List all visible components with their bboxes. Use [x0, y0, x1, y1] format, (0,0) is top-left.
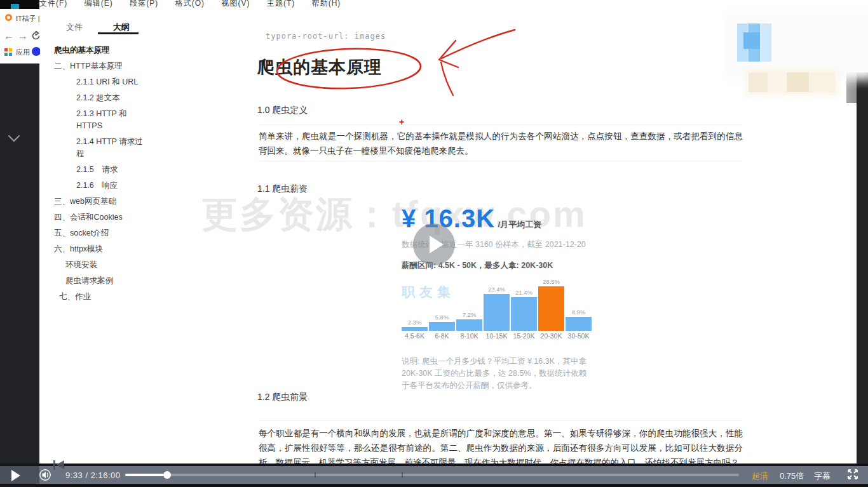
- outline-item[interactable]: 五、socket介绍: [54, 227, 151, 239]
- browser-fragment: IT桔子 | ← → 应用: [0, 9, 40, 63]
- menu-help[interactable]: 帮助(H): [312, 0, 341, 8]
- bar-column: 7.2% 8-10K: [456, 311, 482, 331]
- refresh-icon[interactable]: [31, 31, 40, 41]
- quality-button[interactable]: 超清: [752, 470, 768, 482]
- bar-value-label: 23.4%: [488, 286, 505, 293]
- bar: [429, 322, 455, 331]
- tab-outline[interactable]: 大纲: [99, 19, 144, 33]
- bar-category-label: 20-30K: [541, 332, 562, 340]
- bar: [566, 317, 592, 331]
- outline-item[interactable]: 2.1.2 超文本: [54, 92, 151, 104]
- bar-value-label: 8.9%: [572, 309, 586, 316]
- outline-item[interactable]: 2.1.6 响应: [54, 180, 151, 192]
- bar-column: 21.4% 15-20K: [511, 289, 537, 331]
- front-matter: typora-root-url: images: [266, 32, 386, 41]
- menu-file[interactable]: 文件(F): [39, 0, 67, 8]
- outline-item[interactable]: 爬虫的基本原理: [54, 44, 151, 57]
- bar-column: 5.8% 6-8K: [429, 314, 455, 331]
- browser-tab[interactable]: IT桔子 |: [3, 12, 40, 25]
- outline-item[interactable]: 2.1.1 URI 和 URL: [54, 76, 151, 88]
- play-icon: [430, 236, 444, 253]
- bar: [511, 297, 537, 331]
- browser-nav: ← →: [0, 29, 40, 44]
- bar-value-label: 28.5%: [543, 278, 560, 285]
- menu-paragraph[interactable]: 段落(P): [130, 0, 158, 8]
- chapter-tick: [402, 472, 403, 477]
- player-side-panel: [0, 63, 39, 464]
- chevron-down-icon[interactable]: [6, 133, 22, 143]
- body-paragraph: 简单来讲，爬虫就是一个探测机器，它的基本操作就是模拟人的行为去各个网站溜达，点点…: [259, 129, 743, 158]
- menu-view[interactable]: 视图(V): [221, 0, 250, 8]
- active-tab-underline: [98, 32, 139, 34]
- bookmarks-bar: 应用: [0, 46, 40, 61]
- menu-edit[interactable]: 编辑(E): [85, 0, 113, 8]
- page-title: 爬虫的基本原理: [257, 56, 382, 79]
- bar: [484, 294, 510, 331]
- skip-previous-icon[interactable]: [52, 459, 65, 472]
- bar-value-label: 2.3%: [408, 319, 422, 326]
- progress-thumb[interactable]: [163, 471, 171, 479]
- outline-item[interactable]: 四、会话和Cookies: [54, 211, 151, 223]
- speed-button[interactable]: 0.75倍: [780, 470, 804, 482]
- tab-files[interactable]: 文件: [52, 19, 97, 33]
- app-menu-bar: 文件(F) 编辑(E) 段落(P) 格式(O) 视图(V) 主题(T) 帮助(H…: [39, 0, 675, 8]
- time-display: 9:33 / 2:16:00: [65, 470, 121, 480]
- section-heading-1-2: 1.2 爬虫前景: [257, 392, 308, 403]
- play-button[interactable]: [11, 470, 20, 481]
- divider: [259, 161, 743, 161]
- bar-column: 28.5% 20-30K: [538, 278, 564, 331]
- divider: [259, 124, 743, 125]
- fullscreen-icon[interactable]: [846, 468, 859, 481]
- bar-column: 8.9% 30-50K: [566, 309, 592, 331]
- outline-list: 爬虫的基本原理 二、HTTP基本原理 2.1.1 URI 和 URL 2.1.2…: [54, 41, 151, 307]
- outline-item[interactable]: 2.1.4 HTTP 请求过程: [54, 136, 151, 160]
- bar-value-label: 21.4%: [515, 289, 532, 296]
- blurred-logo: [737, 23, 771, 62]
- outline-item[interactable]: 六、httpx模块: [54, 243, 151, 255]
- blurred-overlay: [733, 19, 868, 72]
- body-paragraph: 每个职业都是有一个横向和纵向的发展，也就是所谓的广度和深度的意思。第一、如果专研…: [259, 426, 743, 464]
- bar: [538, 286, 564, 331]
- bar: [402, 327, 428, 331]
- salary-description: 说明: 爬虫一个月多少钱？平均工资 ¥ 16.3K，其中拿 20K-30K 工资…: [402, 356, 587, 392]
- outline-item[interactable]: 2.1.5 请求: [54, 164, 151, 176]
- browser-tab-title: IT桔子 |: [16, 14, 40, 23]
- bar-column: 23.4% 10-15K: [484, 286, 510, 331]
- forward-icon[interactable]: →: [18, 30, 28, 42]
- section-heading-1-0: 1.0 爬虫定义: [257, 105, 308, 116]
- menu-theme[interactable]: 主题(T): [267, 0, 295, 8]
- bar-category-label: 6-8K: [435, 332, 449, 340]
- outline-item[interactable]: 爬虫请求案例: [54, 275, 151, 287]
- menu-format[interactable]: 格式(O): [175, 0, 205, 8]
- average-salary-unit: /月平均工资: [498, 220, 542, 229]
- outline-item[interactable]: 环境安装: [54, 259, 151, 271]
- volume-icon[interactable]: [39, 469, 51, 481]
- site-favicon-icon: [5, 14, 12, 21]
- player-controls: 9:33 / 2:16:00 超清 0.75倍 字幕: [0, 464, 868, 487]
- outline-item[interactable]: 二、HTTP基本原理: [54, 60, 151, 72]
- video-play-overlay-button[interactable]: [413, 223, 455, 265]
- outline-item[interactable]: 七、作业: [54, 291, 151, 303]
- taskbar-chip: [11, 4, 19, 9]
- baidu-bookmark-icon[interactable]: [32, 47, 40, 56]
- subtitle-button[interactable]: 字幕: [814, 470, 831, 482]
- red-plus-mark: +: [399, 117, 404, 127]
- progress-bar[interactable]: [125, 474, 739, 476]
- bar-category-label: 15-20K: [513, 332, 535, 340]
- player-side-edge: [857, 63, 868, 464]
- apps-grid-icon[interactable]: [4, 48, 12, 56]
- blurred-overlay: [749, 72, 835, 92]
- bar-category-label: 30-50K: [568, 332, 590, 340]
- outline-item[interactable]: 2.1.3 HTTP 和 HTTPS: [54, 108, 151, 132]
- outline-item[interactable]: 三、web网页基础: [54, 196, 151, 208]
- progress-played: [125, 474, 167, 476]
- apps-label[interactable]: 应用: [16, 48, 30, 57]
- bar-category-label: 4.5-6K: [405, 332, 424, 340]
- bar: [456, 319, 482, 331]
- divider: [259, 420, 743, 421]
- bar-value-label: 7.2%: [463, 311, 477, 318]
- bar-category-label: 8-10K: [460, 332, 478, 340]
- screen: 文件(F) 编辑(E) 段落(P) 格式(O) 视图(V) 主题(T) 帮助(H…: [0, 0, 868, 487]
- bar-category-label: 10-15K: [486, 332, 508, 340]
- back-icon[interactable]: ←: [4, 30, 14, 42]
